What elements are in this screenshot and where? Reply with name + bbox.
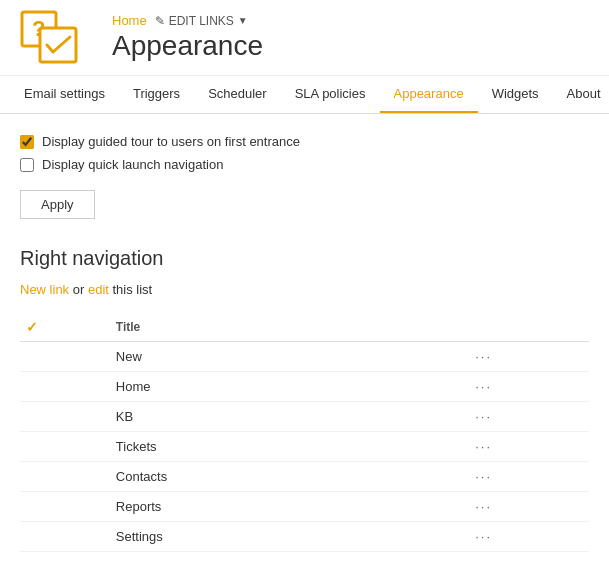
- more-options-icon[interactable]: ···: [475, 379, 492, 394]
- row-actions-cell[interactable]: ···: [469, 342, 589, 372]
- right-navigation-title: Right navigation: [20, 247, 589, 270]
- row-check-cell: [20, 432, 110, 462]
- table-row: Reports ···: [20, 492, 589, 522]
- checkbox-quick-launch-label: Display quick launch navigation: [42, 157, 223, 172]
- svg-rect-2: [40, 28, 76, 62]
- row-check-cell: [20, 522, 110, 552]
- edit-links[interactable]: ✎ EDIT LINKS ▼: [155, 14, 248, 28]
- table-row: Home ···: [20, 372, 589, 402]
- row-actions-cell[interactable]: ···: [469, 462, 589, 492]
- table-row: New ···: [20, 342, 589, 372]
- more-options-icon[interactable]: ···: [475, 499, 492, 514]
- row-title-cell: Tickets: [110, 432, 469, 462]
- row-actions-cell[interactable]: ···: [469, 372, 589, 402]
- checkbox-guided-tour-label: Display guided tour to users on first en…: [42, 134, 300, 149]
- logo-area: ?: [20, 10, 92, 65]
- row-actions-cell[interactable]: ···: [469, 432, 589, 462]
- tab-scheduler[interactable]: Scheduler: [194, 76, 281, 113]
- more-options-icon[interactable]: ···: [475, 439, 492, 454]
- row-actions-cell[interactable]: ···: [469, 492, 589, 522]
- rest-text: this list: [109, 282, 152, 297]
- row-check-cell: [20, 372, 110, 402]
- edit-link[interactable]: edit: [88, 282, 109, 297]
- tab-widgets[interactable]: Widgets: [478, 76, 553, 113]
- new-link-row: New link or edit this list: [20, 282, 589, 297]
- row-title-cell: Reports: [110, 492, 469, 522]
- checkbox-guided-tour-row: Display guided tour to users on first en…: [20, 134, 589, 149]
- more-options-icon[interactable]: ···: [475, 409, 492, 424]
- new-link-link[interactable]: New link: [20, 282, 69, 297]
- header-text: Home ✎ EDIT LINKS ▼ Appearance: [112, 13, 263, 62]
- table-header-check: ✓: [20, 313, 110, 342]
- tab-about[interactable]: About: [553, 76, 609, 113]
- table-header-actions: [469, 313, 589, 342]
- more-options-icon[interactable]: ···: [475, 349, 492, 364]
- breadcrumb-home-link[interactable]: Home: [112, 13, 147, 28]
- row-actions-cell[interactable]: ···: [469, 402, 589, 432]
- row-check-cell: [20, 342, 110, 372]
- tab-email-settings[interactable]: Email settings: [10, 76, 119, 113]
- table-row: KB ···: [20, 402, 589, 432]
- more-options-icon[interactable]: ···: [475, 529, 492, 544]
- row-title-cell: Settings: [110, 522, 469, 552]
- row-check-cell: [20, 462, 110, 492]
- check-icon: ✓: [26, 319, 38, 335]
- table-row: Settings ···: [20, 522, 589, 552]
- row-check-cell: [20, 402, 110, 432]
- tab-appearance[interactable]: Appearance: [380, 76, 478, 113]
- edit-links-label[interactable]: EDIT LINKS: [169, 14, 234, 28]
- tab-sla-policies[interactable]: SLA policies: [281, 76, 380, 113]
- table-row: Contacts ···: [20, 462, 589, 492]
- row-check-cell: [20, 492, 110, 522]
- tab-triggers[interactable]: Triggers: [119, 76, 194, 113]
- breadcrumb: Home ✎ EDIT LINKS ▼: [112, 13, 263, 28]
- pencil-icon: ✎: [155, 14, 165, 28]
- row-title-cell: Contacts: [110, 462, 469, 492]
- chevron-down-icon[interactable]: ▼: [238, 15, 248, 26]
- row-title-cell: Home: [110, 372, 469, 402]
- page-header: ? Home ✎ EDIT LINKS ▼ Appearance: [0, 0, 609, 76]
- nav-tabs: Email settings Triggers Scheduler SLA po…: [0, 76, 609, 114]
- more-options-icon[interactable]: ···: [475, 469, 492, 484]
- table-header-row: ✓ Title: [20, 313, 589, 342]
- row-title-cell: KB: [110, 402, 469, 432]
- row-title-cell: New: [110, 342, 469, 372]
- page-title: Appearance: [112, 30, 263, 62]
- checkbox-quick-launch[interactable]: [20, 158, 34, 172]
- table-header-title: Title: [110, 313, 469, 342]
- navigation-table: ✓ Title New ··· Home ··· KB ··· Tickets …: [20, 313, 589, 552]
- checkbox-guided-tour[interactable]: [20, 135, 34, 149]
- or-text: or: [69, 282, 88, 297]
- app-logo: ?: [20, 10, 80, 65]
- row-actions-cell[interactable]: ···: [469, 522, 589, 552]
- checkbox-quick-launch-row: Display quick launch navigation: [20, 157, 589, 172]
- table-row: Tickets ···: [20, 432, 589, 462]
- content-area: Display guided tour to users on first en…: [0, 114, 609, 572]
- apply-button[interactable]: Apply: [20, 190, 95, 219]
